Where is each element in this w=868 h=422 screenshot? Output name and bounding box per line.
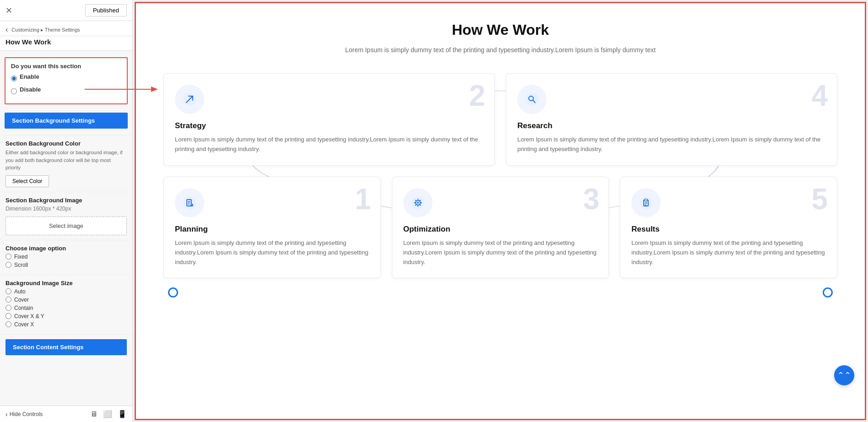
bg-size-title: Background Image Size [5,280,127,287]
bottom-cards-grid: 1 Planning Lor [163,177,837,278]
section-heading: How We Work [163,22,837,38]
optimization-icon-circle [403,188,433,217]
research-card: 4 Research Lorem Ipsum is simply dummy t… [506,73,837,166]
left-panel: ✕ Published ‹ Customizing ▸ Theme Settin… [0,0,133,422]
top-bar: ✕ Published [0,0,132,21]
top-cards-grid: 2 Strategy Lorem Ipsum is simply dummy t… [163,73,837,166]
planning-title: Planning [175,225,369,234]
strategy-title: Strategy [175,121,483,130]
optimization-title: Optimization [403,225,598,234]
send-icon [183,92,196,106]
coverxy-radio-row: Cover X & Y [5,313,127,319]
bottom-circle-right [823,287,833,298]
disable-radio[interactable] [11,88,17,94]
contain-radio[interactable] [5,305,11,311]
research-icon-circle [517,85,547,114]
auto-radio-row: Auto [5,288,127,295]
bottom-bar: ‹ Hide Controls 🖥 ⬜ 📱 [0,406,132,422]
hide-controls-button[interactable]: ‹ Hide Controls [5,411,43,418]
cards-wrapper: 2 Strategy Lorem Ipsum is simply dummy t… [163,73,837,278]
results-title: Results [631,225,826,234]
page-title: How We Work [0,36,132,51]
breadcrumb: Customizing ▸ Theme Settings [11,27,80,33]
coverx-radio[interactable] [5,321,11,327]
cover-radio-row: Cover [5,297,127,303]
planning-desc: Lorem Ipsum is simply dummy text of the … [175,238,369,267]
coverxy-label[interactable]: Cover X & Y [14,313,44,319]
chevron-left-icon: ‹ [5,411,8,418]
section-content-settings-button[interactable]: Section Content Settings [5,339,127,355]
bottom-circle-left [168,287,178,298]
clipboard-icon [639,196,653,210]
strategy-desc: Lorem Ipsum is simply dummy text of the … [175,135,483,154]
auto-label[interactable]: Auto [14,288,26,295]
section-subheading: Lorem Ipsum is simply dummy text of the … [163,45,837,55]
optimization-card: 3 Optimization Lorem Ipsum is simply dum… [392,177,609,278]
disable-radio-row: Disable [11,86,121,97]
results-card: 5 Results Lorem Ipsum is simp [620,177,837,278]
bg-image-title: Section Background Image [5,197,127,204]
fixed-radio[interactable] [5,254,11,260]
scroll-label[interactable]: Scroll [14,262,28,268]
coverx-label[interactable]: Cover X [14,321,34,328]
bottom-icons: 🖥 ⬜ 📱 [90,410,127,418]
contain-label[interactable]: Contain [14,305,33,311]
planning-card: 1 Planning Lor [163,177,381,278]
enable-label[interactable]: Enable [20,73,39,80]
tablet-icon-button[interactable]: ⬜ [103,410,112,418]
toggle-label: Do you want this section [11,63,121,70]
close-button[interactable]: ✕ [5,6,12,15]
bottom-circles [163,278,837,302]
svg-point-15 [640,196,652,209]
content-settings-section: Section Content Settings [0,334,132,360]
coverxy-radio[interactable] [5,313,11,319]
strategy-number: 2 [469,81,485,110]
optimization-number: 3 [583,184,600,214]
svg-point-14 [417,202,419,204]
search-icon [525,92,539,106]
bg-color-section: Section Background Color Either add back… [0,135,132,192]
cover-label[interactable]: Cover [14,297,29,303]
disable-label[interactable]: Disable [20,86,41,93]
select-color-button[interactable]: Select Color [5,175,49,187]
main-inner: How We Work Lorem Ipsum is simply dummy … [136,3,865,330]
coverx-radio-row: Cover X [5,321,127,328]
bg-settings-button[interactable]: Section Background Settings [5,113,128,129]
bg-size-section: Background Image Size Auto Cover Contain… [0,275,132,334]
bg-image-section: Section Background Image Dimension 1600p… [0,192,132,240]
research-title: Research [517,121,826,130]
svg-rect-17 [645,199,647,201]
optimization-desc: Lorem Ipsum is simply dummy text of the … [403,238,598,267]
panel-scroll: Do you want this section Enable Disable … [0,51,132,422]
section-toggle: Do you want this section Enable Disable [5,57,128,104]
research-number: 4 [811,81,828,110]
cover-radio[interactable] [5,297,11,303]
enable-radio[interactable] [11,76,17,81]
fixed-radio-row: Fixed [5,254,127,260]
planning-icon-circle [175,188,204,217]
desktop-icon-button[interactable]: 🖥 [90,410,98,418]
chevron-up-icon: ⌃⌃ [837,370,851,380]
bg-color-title: Section Background Color [5,140,127,147]
published-button[interactable]: Published [85,4,127,16]
auto-radio[interactable] [5,288,11,294]
mobile-icon-button[interactable]: 📱 [118,410,127,418]
scroll-radio-row: Scroll [5,262,127,268]
results-icon-circle [631,188,661,217]
svg-point-11 [190,204,193,206]
scroll-up-button[interactable]: ⌃⌃ [834,365,854,385]
results-desc: Lorem Ipsum is simply dummy text of the … [631,238,826,267]
back-button[interactable]: ‹ [5,26,8,34]
enable-radio-row: Enable [11,73,121,84]
select-image-button[interactable]: Select image [5,216,127,235]
fixed-label[interactable]: Fixed [14,254,27,260]
image-option-section: Choose image option Fixed Scroll [0,240,132,275]
planning-number: 1 [355,184,371,214]
strategy-card: 2 Strategy Lorem Ipsum is simply dummy t… [163,73,495,166]
strategy-icon-circle [175,85,204,114]
hide-controls-label: Hide Controls [10,411,43,417]
bg-image-dimension: Dimension 1600px * 420px [5,206,127,212]
back-nav: ‹ Customizing ▸ Theme Settings [0,21,132,36]
document-icon [183,196,196,210]
scroll-radio[interactable] [5,262,11,268]
